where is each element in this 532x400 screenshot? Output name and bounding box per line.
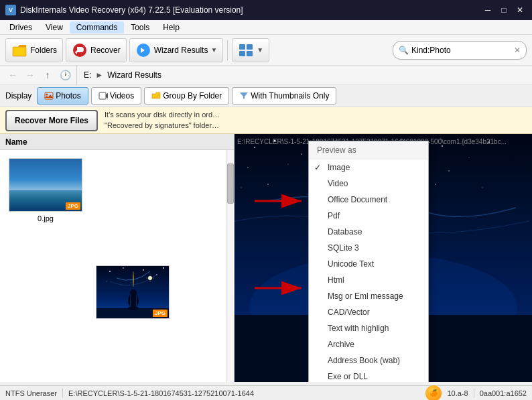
folders-icon [11,42,27,58]
svg-point-19 [143,269,144,271]
forward-button[interactable]: → [23,68,38,82]
menu-option-text-high[interactable]: Text with highligh [309,320,428,336]
search-box[interactable]: 🔍 ✕ [393,41,527,60]
orange-icon: 🍊 [425,385,442,401]
videos-icon [98,91,108,101]
menu-option-archive[interactable]: Archive [309,336,428,352]
wizard-results-button[interactable]: Wizard Results ▼ [129,38,224,62]
toolbar-separator [227,40,228,60]
group-by-folder-filter[interactable]: Group By Folder [144,87,229,105]
list-item[interactable]: JPG 2.jpg [92,155,173,382]
svg-rect-15 [131,295,136,308]
recover-icon [72,42,88,58]
menu-option-database[interactable]: Database [309,224,428,240]
svg-rect-9 [45,92,53,99]
app-icon: V [5,5,16,15]
file-type-badge-2: JPG [153,310,168,317]
menu-option-exe[interactable]: Exe or DLL [309,369,428,382]
menu-option-cad[interactable]: CAD/Vector [309,304,428,320]
svg-point-37 [247,167,249,168]
svg-point-49 [435,184,436,185]
view-options-button[interactable]: ▼ [232,38,269,62]
menu-option-sqlite[interactable]: SQLite 3 [309,240,428,256]
menu-help[interactable]: Help [156,21,186,34]
search-clear-icon[interactable]: ✕ [514,46,521,55]
menu-option-msg[interactable]: Msg or Eml message [309,288,428,304]
toolbar: Folders Recover Wizard Results ▼ [0,35,532,66]
recover-bar: Recover More Files It's scans your disk … [0,107,532,134]
context-menu: Preview as Image Video Office Document P… [308,141,429,382]
menu-option-image[interactable]: Image [309,159,428,176]
recover-more-button[interactable]: Recover More Files [5,110,98,131]
svg-point-44 [241,188,242,188]
menu-option-office[interactable]: Office Document [309,192,428,208]
wizard-dropdown-arrow: ▼ [210,46,217,54]
menu-option-pdf[interactable]: Pdf [309,208,428,224]
address-path: E: ► Wizard Results [81,69,164,81]
file-thumbnail-night: JPG [96,265,170,319]
svg-rect-8 [247,51,253,56]
drive-path[interactable]: E: [81,69,94,81]
svg-point-35 [469,157,470,158]
svg-point-38 [288,164,289,165]
svg-point-30 [301,153,302,155]
menu-commands[interactable]: Commands [70,21,124,34]
svg-point-22 [163,267,164,269]
file-name: 0.jpg [38,214,54,222]
back-button[interactable]: ← [5,68,20,82]
view-icon [238,42,254,58]
group-by-folder-label: Group By Folder [163,91,222,101]
status-text-2: 0aa001:a1652 [480,389,527,397]
nav-separator [76,65,77,85]
menu-drives[interactable]: Drives [3,21,39,34]
videos-label: Videos [110,91,134,101]
svg-point-21 [107,281,107,282]
file-list: Name JPG 0.jpg [0,134,235,382]
file-type-badge: JPG [66,202,80,210]
filter-bar: Display Photos Videos Group By Folder Wi… [0,84,532,107]
file-grid: JPG 0.jpg [0,150,234,382]
minimize-button[interactable]: ─ [481,3,494,17]
menu-tools[interactable]: Tools [124,21,156,34]
recover-label: Recover [90,46,121,55]
photos-icon [44,91,54,101]
app-title: DiskInternals Video Recovery (x64) 7.22.… [20,5,243,15]
file-list-header: Name [0,134,234,150]
scrollbar[interactable] [226,150,234,382]
up-button[interactable]: ↑ [40,68,55,82]
view-dropdown-arrow: ▼ [257,46,263,54]
list-item[interactable]: JPG 0.jpg [5,155,86,382]
maximize-button[interactable]: □ [497,3,511,17]
recover-info: It's scans your disk directly in ord… "R… [105,110,220,131]
menu-option-video[interactable]: Video [309,176,428,192]
filter-icon [239,91,249,101]
status-separator-2 [474,389,474,398]
context-menu-header: Preview as [309,141,428,159]
menu-option-unicode[interactable]: Unicode Text [309,256,428,272]
status-bar: NTFS Uneraser E:\RECYCLER\S-1-5-21-18016… [0,385,532,400]
scrollbar-thumb[interactable] [227,163,234,204]
history-button[interactable]: 🕐 [58,68,72,82]
svg-rect-1 [14,48,25,55]
search-input[interactable] [411,46,514,55]
menu-view[interactable]: View [39,21,70,34]
recover-button[interactable]: Recover [66,38,127,62]
menu-option-html[interactable]: Html [309,272,428,288]
thumbnails-label: With Thumbnails Only [251,91,329,101]
folders-label: Folders [30,46,57,55]
svg-point-43 [448,170,450,172]
svg-point-10 [46,93,48,95]
title-bar-left: V DiskInternals Video Recovery (x64) 7.2… [5,5,243,15]
folder-icon [151,92,161,100]
wizard-path[interactable]: Wizard Results [105,69,164,81]
thumbnails-only-filter[interactable]: With Thumbnails Only [232,87,336,105]
menu-option-addressbook[interactable]: Address Book (wab) [309,352,428,369]
photos-filter[interactable]: Photos [37,87,88,105]
close-button[interactable]: ✕ [513,3,527,17]
preview-area: Preview as Image Video Office Document P… [235,134,532,382]
status-right: 🍊 10.a-8 0aa001:a1652 [425,385,527,401]
svg-rect-11 [99,92,106,99]
red-arrow-2 [255,275,308,304]
folders-button[interactable]: Folders [5,38,63,62]
videos-filter[interactable]: Videos [91,87,141,105]
